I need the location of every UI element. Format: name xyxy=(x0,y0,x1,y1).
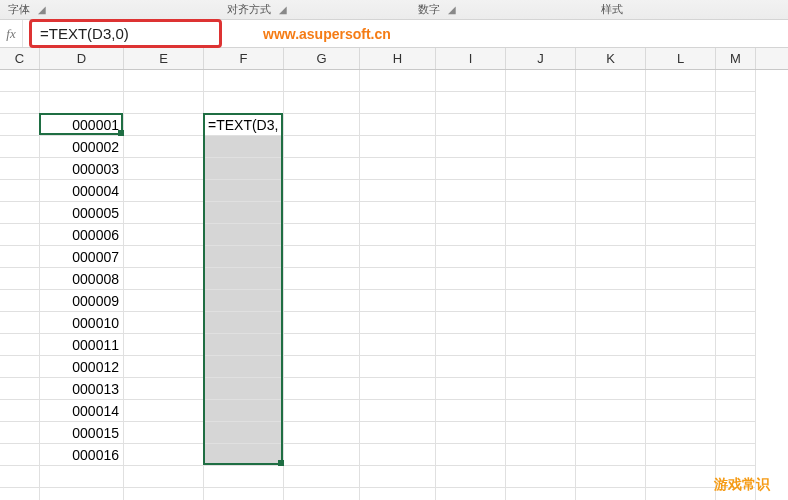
cell[interactable] xyxy=(436,466,506,488)
cell[interactable] xyxy=(204,488,284,500)
cell[interactable] xyxy=(506,334,576,356)
cell[interactable]: 000007 xyxy=(40,246,124,268)
cell[interactable] xyxy=(576,378,646,400)
cell[interactable] xyxy=(0,180,40,202)
formula-bar[interactable]: =TEXT(D3,0) www.asupersoft.cn xyxy=(22,20,788,47)
cell[interactable]: 000014 xyxy=(40,400,124,422)
cell[interactable] xyxy=(506,444,576,466)
cell[interactable] xyxy=(0,70,40,92)
cell[interactable] xyxy=(646,466,716,488)
cell[interactable] xyxy=(716,312,756,334)
cell[interactable] xyxy=(576,312,646,334)
cell[interactable] xyxy=(436,202,506,224)
cell[interactable] xyxy=(506,466,576,488)
cell[interactable] xyxy=(576,202,646,224)
cell[interactable] xyxy=(204,334,284,356)
cell[interactable] xyxy=(506,202,576,224)
cell[interactable] xyxy=(124,158,204,180)
cell[interactable] xyxy=(284,400,360,422)
cell[interactable] xyxy=(124,290,204,312)
cell[interactable]: 000002 xyxy=(40,136,124,158)
cell[interactable] xyxy=(646,312,716,334)
fx-icon[interactable]: fx xyxy=(0,26,22,42)
cell[interactable] xyxy=(436,400,506,422)
column-header-k[interactable]: K xyxy=(576,48,646,69)
cell[interactable] xyxy=(284,114,360,136)
cell[interactable] xyxy=(360,290,436,312)
cell[interactable] xyxy=(506,488,576,500)
cell[interactable] xyxy=(360,488,436,500)
cell[interactable] xyxy=(0,334,40,356)
cell[interactable] xyxy=(646,444,716,466)
cell[interactable] xyxy=(124,334,204,356)
cell[interactable] xyxy=(436,268,506,290)
cell[interactable] xyxy=(360,136,436,158)
cell[interactable] xyxy=(436,356,506,378)
cell[interactable] xyxy=(576,488,646,500)
cell[interactable] xyxy=(576,444,646,466)
cell[interactable] xyxy=(646,268,716,290)
cell[interactable]: 000013 xyxy=(40,378,124,400)
cell[interactable] xyxy=(436,92,506,114)
cell[interactable] xyxy=(124,202,204,224)
dialog-launcher-icon[interactable]: ◢ xyxy=(275,4,287,15)
cell[interactable] xyxy=(124,488,204,500)
cell[interactable] xyxy=(284,268,360,290)
cell[interactable] xyxy=(436,334,506,356)
cell[interactable] xyxy=(204,378,284,400)
cell[interactable] xyxy=(284,444,360,466)
cell[interactable] xyxy=(0,378,40,400)
column-header-m[interactable]: M xyxy=(716,48,756,69)
cell[interactable] xyxy=(360,92,436,114)
cell[interactable] xyxy=(284,202,360,224)
cell[interactable] xyxy=(716,334,756,356)
cell[interactable] xyxy=(0,114,40,136)
cell[interactable] xyxy=(716,356,756,378)
cell[interactable] xyxy=(284,290,360,312)
cell[interactable] xyxy=(360,378,436,400)
cell[interactable] xyxy=(506,158,576,180)
cell[interactable] xyxy=(0,312,40,334)
cell[interactable] xyxy=(576,422,646,444)
cell[interactable] xyxy=(506,378,576,400)
cell[interactable] xyxy=(576,92,646,114)
cell[interactable]: 000006 xyxy=(40,224,124,246)
cell[interactable] xyxy=(204,202,284,224)
cell[interactable] xyxy=(646,202,716,224)
column-header-d[interactable]: D xyxy=(40,48,124,69)
column-header-j[interactable]: J xyxy=(506,48,576,69)
column-header-g[interactable]: G xyxy=(284,48,360,69)
cell[interactable] xyxy=(360,334,436,356)
cell[interactable] xyxy=(40,488,124,500)
cell[interactable] xyxy=(204,224,284,246)
cell[interactable] xyxy=(506,246,576,268)
cell[interactable] xyxy=(40,92,124,114)
cell[interactable] xyxy=(716,158,756,180)
cell[interactable] xyxy=(576,268,646,290)
cell[interactable] xyxy=(124,356,204,378)
cell[interactable] xyxy=(506,224,576,246)
cell[interactable] xyxy=(716,246,756,268)
cell[interactable] xyxy=(360,422,436,444)
cell[interactable] xyxy=(0,224,40,246)
column-header-i[interactable]: I xyxy=(436,48,506,69)
cell[interactable] xyxy=(716,224,756,246)
cell[interactable] xyxy=(716,70,756,92)
cell[interactable]: 000010 xyxy=(40,312,124,334)
cell[interactable] xyxy=(436,290,506,312)
cell[interactable] xyxy=(506,422,576,444)
cell[interactable] xyxy=(124,400,204,422)
cell[interactable] xyxy=(0,400,40,422)
cell[interactable] xyxy=(204,92,284,114)
cell[interactable] xyxy=(284,312,360,334)
cell[interactable] xyxy=(124,444,204,466)
cell[interactable] xyxy=(284,488,360,500)
cell[interactable] xyxy=(716,92,756,114)
cell[interactable] xyxy=(646,356,716,378)
cell[interactable] xyxy=(646,114,716,136)
cell[interactable]: 000005 xyxy=(40,202,124,224)
cell[interactable] xyxy=(436,114,506,136)
cell[interactable] xyxy=(204,180,284,202)
cell[interactable] xyxy=(284,466,360,488)
cell[interactable] xyxy=(124,466,204,488)
